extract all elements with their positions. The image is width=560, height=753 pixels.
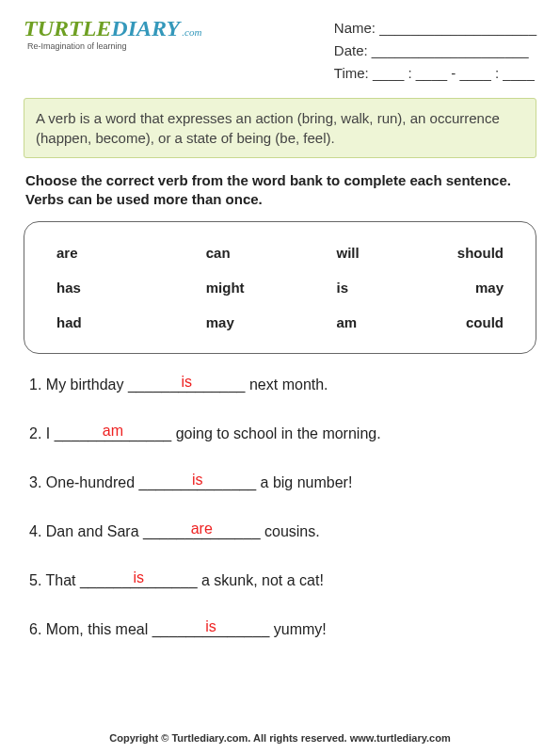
- word-bank-word: should: [392, 245, 504, 261]
- time-field[interactable]: Time: ____ : ____ - ____ : ____: [334, 62, 536, 85]
- info-block: Name: ____________________ Date: _______…: [334, 17, 536, 85]
- sentence-num: 1.: [29, 376, 41, 393]
- sentence-num: 6.: [29, 621, 41, 637]
- blank[interactable]: is______________: [139, 474, 257, 491]
- blank[interactable]: is______________: [80, 572, 198, 589]
- word-bank-word: might: [168, 280, 280, 296]
- sentence-6: 6. Mom, this meal is______________ yummy…: [29, 621, 531, 638]
- blank[interactable]: is______________: [128, 376, 246, 393]
- logo-block: TURTLEDIARY.com Re-Imagination of learni…: [24, 17, 201, 51]
- word-bank-word: will: [280, 245, 392, 261]
- sentence-post: cousins.: [261, 523, 320, 539]
- word-bank-word: has: [56, 280, 168, 296]
- definition-box: A verb is a word that expresses an actio…: [24, 98, 536, 158]
- word-bank-row: are can will should: [53, 235, 507, 270]
- word-bank-word: are: [56, 245, 168, 261]
- sentence-pre: Mom, this meal: [46, 621, 152, 637]
- sentence-num: 2.: [29, 425, 41, 441]
- sentence-1: 1. My birthday is______________ next mon…: [29, 376, 531, 393]
- sentences: 1. My birthday is______________ next mon…: [24, 376, 536, 638]
- answer: is: [139, 472, 257, 489]
- footer: Copyright © Turtlediary.com. All rights …: [0, 732, 560, 744]
- blank[interactable]: is______________: [152, 621, 270, 638]
- logo-turtle: TURTLE: [24, 16, 111, 40]
- sentence-num: 4.: [29, 523, 41, 539]
- sentence-num: 3.: [29, 474, 41, 490]
- answer: is: [80, 569, 198, 586]
- logo-suffix: .com: [182, 26, 201, 38]
- instructions: Choose the correct verb from the word ba…: [24, 171, 536, 210]
- tagline: Re-Imagination of learning: [27, 41, 201, 51]
- word-bank-word: may: [168, 314, 280, 330]
- sentence-post: yummy!: [269, 621, 326, 637]
- sentence-2: 2. I am______________ going to school in…: [29, 425, 531, 442]
- sentence-post: going to school in the morning.: [171, 425, 380, 441]
- word-bank-word: had: [56, 314, 168, 330]
- sentence-3: 3. One-hundred is______________ a big nu…: [29, 474, 531, 491]
- sentence-4: 4. Dan and Sara are______________ cousin…: [29, 523, 531, 540]
- name-field[interactable]: Name: ____________________: [334, 17, 536, 40]
- word-bank-word: can: [168, 245, 280, 261]
- answer: is: [152, 618, 270, 635]
- logo: TURTLEDIARY.com: [24, 17, 201, 40]
- answer: is: [128, 374, 246, 391]
- blank[interactable]: are______________: [143, 523, 261, 540]
- blank[interactable]: am______________: [55, 425, 172, 442]
- word-bank-word: is: [280, 280, 392, 296]
- sentence-post: next month.: [246, 376, 328, 393]
- sentence-5: 5. That is______________ a skunk, not a …: [29, 572, 531, 589]
- sentence-post: a big number!: [256, 474, 352, 490]
- sentence-pre: I: [46, 425, 55, 441]
- answer: are: [143, 521, 261, 537]
- word-bank-word: am: [280, 314, 392, 330]
- word-bank: are can will should has might is may had…: [24, 221, 536, 354]
- header-row: TURTLEDIARY.com Re-Imagination of learni…: [24, 17, 536, 85]
- sentence-pre: My birthday: [46, 376, 128, 393]
- logo-diary: DIARY: [111, 16, 180, 40]
- word-bank-row: had may am could: [53, 305, 507, 340]
- sentence-pre: Dan and Sara: [46, 523, 143, 539]
- sentence-post: a skunk, not a cat!: [198, 572, 324, 588]
- answer: am: [55, 423, 172, 440]
- word-bank-row: has might is may: [53, 270, 507, 305]
- sentence-num: 5.: [29, 572, 41, 588]
- date-field[interactable]: Date: ____________________: [334, 40, 536, 62]
- word-bank-word: could: [392, 314, 504, 330]
- word-bank-word: may: [392, 280, 504, 296]
- sentence-pre: That: [46, 572, 80, 588]
- sentence-pre: One-hundred: [46, 474, 139, 490]
